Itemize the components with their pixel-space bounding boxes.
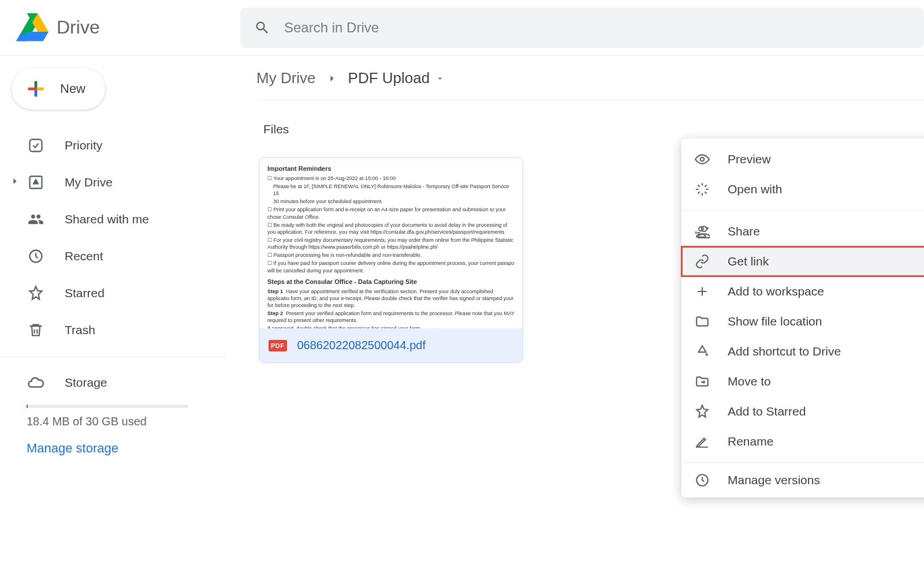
file-footer: PDF 06862022082500044.pdf [259,328,523,362]
pencil-icon [694,433,710,450]
drive-logo-icon [16,12,49,44]
files-section-title: Files [263,122,924,136]
nav-label: Recent [65,249,103,263]
svg-point-6 [701,158,705,162]
pdf-badge-icon: PDF [269,340,287,351]
context-menu: Preview Open with Share Get link Add to … [681,139,924,497]
ctx-label: Move to [728,375,771,388]
file-card[interactable]: Important Reminders ☐ Your appointment i… [259,157,523,363]
nav-label: Priority [65,139,102,152]
sidebar-item-mydrive[interactable]: My Drive [0,164,240,201]
separator [681,210,924,211]
ctx-manage-versions[interactable]: Manage versions [681,469,924,492]
sidebar: New Priority My Drive [0,55,240,580]
move-icon [694,373,710,390]
header: Drive [0,0,924,55]
new-button[interactable]: New [12,68,105,110]
breadcrumb-current-label: PDF Upload [348,69,430,87]
link-icon [694,253,710,270]
ctx-label: Add shortcut to Drive [728,345,841,358]
file-name: 06862022082500044.pdf [297,339,426,352]
storage-usage-text: 18.4 MB of 30 GB used [27,415,240,428]
ctx-label: Open with [728,182,783,196]
nav-label: Starred [65,286,105,300]
sidebar-item-recent[interactable]: Recent [0,238,240,275]
trash-icon [27,321,45,339]
ctx-rename[interactable]: Rename [681,426,924,456]
ctx-label: Manage versions [728,473,820,487]
breadcrumb: My Drive PDF Upload [256,69,924,100]
share-person-icon [694,223,710,240]
ctx-label: Add to workspace [728,285,824,298]
nav-label: Shared with me [65,212,149,226]
sidebar-item-trash[interactable]: Trash [0,312,240,349]
shortcut-icon [694,343,710,360]
chevron-right-icon [326,73,338,84]
ctx-add-workspace[interactable]: Add to workspace [681,276,924,306]
logo-area[interactable]: Drive [16,12,240,44]
ctx-show-location[interactable]: Show file location [681,306,924,336]
mydrive-icon [27,173,45,192]
manage-storage-link[interactable]: Manage storage [27,441,118,456]
star-outline-icon [694,403,710,420]
ctx-add-starred[interactable]: Add to Starred [681,396,924,426]
search-input[interactable] [284,20,910,36]
new-button-label: New [60,81,85,96]
content-area: My Drive PDF Upload Files Important Remi… [240,55,924,580]
dropdown-icon [435,74,445,83]
ctx-label: Rename [728,435,773,448]
svg-rect-3 [30,140,42,152]
open-with-icon [694,181,710,197]
nav-label: My Drive [65,175,113,189]
breadcrumb-root[interactable]: My Drive [256,69,316,87]
sidebar-item-starred[interactable]: Starred [0,275,240,312]
clock-icon [27,247,45,265]
separator [681,462,924,463]
versions-icon [694,472,710,488]
star-icon [27,284,45,302]
chevron-right-icon[interactable] [10,177,20,186]
file-thumbnail: Important Reminders ☐ Your appointment i… [259,158,523,328]
ctx-open-with[interactable]: Open with [681,174,924,204]
nav-label: Trash [65,323,95,337]
folder-icon [694,313,710,330]
ctx-get-link[interactable]: Get link [681,246,924,276]
sidebar-item-storage[interactable]: Storage [0,365,240,400]
storage-label: Storage [65,376,107,390]
ctx-move-to[interactable]: Move to [681,366,924,396]
ctx-preview[interactable]: Preview [681,144,924,174]
ctx-share[interactable]: Share [681,216,924,246]
storage-bar [27,405,188,408]
sidebar-nav: Priority My Drive Shared with me [0,127,240,456]
breadcrumb-current[interactable]: PDF Upload [348,69,445,87]
plus-icon [24,77,47,100]
ctx-label: Get link [728,255,769,268]
sidebar-item-priority[interactable]: Priority [0,127,240,164]
shared-icon [27,210,45,229]
search-bar[interactable] [240,8,924,48]
app-name: Drive [57,17,100,38]
ctx-add-shortcut[interactable]: Add shortcut to Drive [681,336,924,366]
ctx-label: Preview [728,152,771,166]
ctx-label: Show file location [728,315,822,328]
eye-icon [694,151,710,167]
ctx-label: Share [728,224,760,238]
cloud-icon [27,373,45,392]
plus-icon [694,283,710,300]
sidebar-item-shared[interactable]: Shared with me [0,201,240,238]
divider [0,357,226,357]
ctx-label: Add to Starred [728,405,806,418]
priority-icon [27,136,45,155]
search-icon [254,20,270,36]
